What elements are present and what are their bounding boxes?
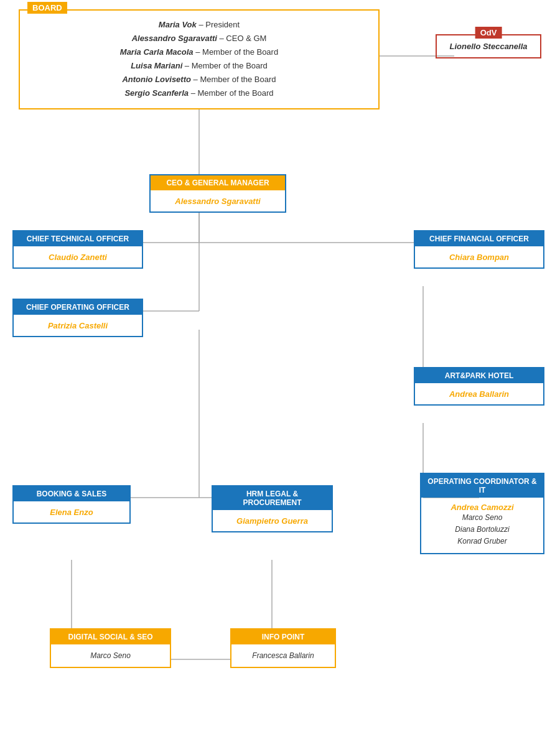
odv-box: OdV Lionello Steccanella: [436, 34, 541, 58]
cto-box: CHIEF TECHNICAL OFFICER Claudio Zanetti: [12, 230, 143, 269]
digital-body: Marco Seno: [51, 644, 170, 667]
board-member-3: Maria Carla Macola – Member of the Board: [30, 45, 368, 59]
infopoint-name: Francesca Ballarin: [252, 651, 314, 660]
hrm-box: HRM LEGAL & PROCUREMENT Giampietro Guerr…: [212, 485, 333, 532]
cto-title: CHIEF TECHNICAL OFFICER: [14, 231, 142, 246]
digital-name: Marco Seno: [90, 651, 131, 660]
opcoord-staff-1: Marco Seno: [427, 512, 537, 524]
odv-label: OdV: [475, 27, 502, 39]
ceo-body: Alessandro Sgaravatti: [151, 190, 285, 211]
board-member-1: Maria Vok – President: [30, 18, 368, 32]
digital-box: DIGITAL SOCIAL & SEO Marco Seno: [50, 628, 171, 668]
digital-title: DIGITAL SOCIAL & SEO: [51, 629, 170, 644]
coo-name: Patrizia Castelli: [48, 321, 108, 330]
infopoint-title: INFO POINT: [231, 629, 335, 644]
ceo-box: CEO & GENERAL MANAGER Alessandro Sgarava…: [149, 174, 286, 213]
opcoord-staff-2: Diana Bortoluzzi: [427, 524, 537, 536]
opcoord-box: OPERATING COORDINATOR & IT Andrea Camozz…: [420, 473, 544, 554]
infopoint-box: INFO POINT Francesca Ballarin: [230, 628, 336, 668]
ceo-name: Alessandro Sgaravatti: [175, 197, 260, 206]
coo-box: CHIEF OPERATING OFFICER Patrizia Castell…: [12, 299, 143, 337]
cfo-body: Chiara Bompan: [415, 246, 543, 267]
odv-name: Lionello Steccanella: [444, 42, 533, 51]
opcoord-staff-3: Konrad Gruber: [427, 536, 537, 547]
cfo-name: Chiara Bompan: [449, 253, 509, 262]
booking-title: BOOKING & SALES: [14, 486, 129, 501]
org-chart: BOARD Maria Vok – President Alessandro S…: [0, 0, 560, 734]
cto-body: Claudio Zanetti: [14, 246, 142, 267]
booking-name: Elena Enzo: [50, 508, 93, 517]
cto-name: Claudio Zanetti: [49, 253, 107, 262]
infopoint-body: Francesca Ballarin: [231, 644, 335, 667]
hotel-name: Andrea Ballarin: [449, 389, 509, 399]
board-member-2: Alessandro Sgaravatti – CEO & GM: [30, 32, 368, 45]
hrm-body: Giampietro Guerra: [213, 510, 332, 531]
coo-body: Patrizia Castelli: [14, 315, 142, 336]
board-member-5: Antonio Lovisetto – Member of the Board: [30, 73, 368, 86]
board-member-6: Sergio Scanferla – Member of the Board: [30, 86, 368, 100]
opcoord-title: OPERATING COORDINATOR & IT: [421, 474, 543, 498]
cfo-box: CHIEF FINANCIAL OFFICER Chiara Bompan: [414, 230, 544, 269]
board-label: BOARD: [27, 2, 67, 14]
opcoord-name: Andrea Camozzi: [427, 503, 537, 512]
hotel-body: Andrea Ballarin: [415, 383, 543, 404]
booking-box: BOOKING & SALES Elena Enzo: [12, 485, 131, 524]
ceo-title: CEO & GENERAL MANAGER: [151, 175, 285, 190]
hrm-name: Giampietro Guerra: [236, 516, 308, 526]
hotel-box: ART&PARK HOTEL Andrea Ballarin: [414, 367, 544, 406]
cfo-title: CHIEF FINANCIAL OFFICER: [415, 231, 543, 246]
board-box: BOARD Maria Vok – President Alessandro S…: [19, 9, 380, 109]
coo-title: CHIEF OPERATING OFFICER: [14, 300, 142, 315]
hrm-title: HRM LEGAL & PROCUREMENT: [213, 486, 332, 510]
opcoord-body: Andrea Camozzi Marco Seno Diana Bortoluz…: [421, 498, 543, 553]
hotel-title: ART&PARK HOTEL: [415, 368, 543, 383]
booking-body: Elena Enzo: [14, 501, 129, 523]
board-member-4: Luisa Mariani – Member of the Board: [30, 59, 368, 73]
